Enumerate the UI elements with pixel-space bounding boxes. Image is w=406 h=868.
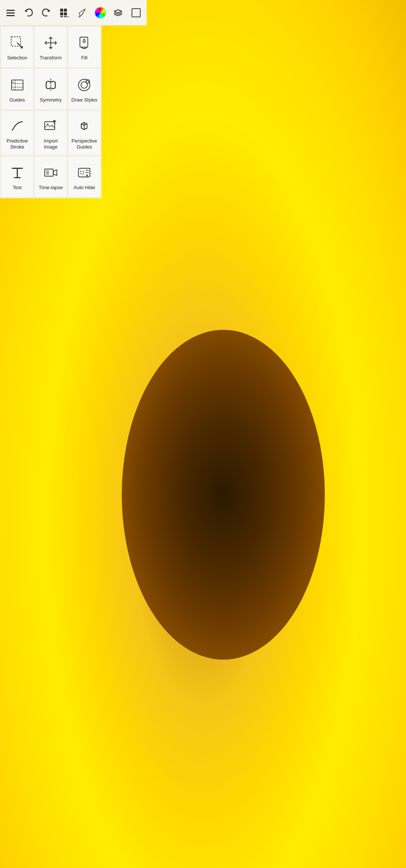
brush-icon — [77, 8, 88, 18]
svg-point-23 — [47, 123, 48, 125]
transform-icon — [42, 35, 59, 51]
time-lapse-menu-item[interactable]: Time-lapse — [34, 156, 67, 197]
menu-icon — [5, 8, 16, 18]
perspective-guides-icon — [76, 118, 92, 134]
svg-rect-9 — [68, 16, 69, 17]
brush-button[interactable] — [74, 5, 91, 21]
text-menu-item[interactable]: Text — [1, 156, 33, 197]
svg-rect-25 — [46, 171, 49, 175]
guides-menu-item[interactable]: Guides — [1, 68, 33, 110]
color-button[interactable] — [92, 5, 109, 21]
svg-point-19 — [79, 79, 90, 91]
svg-rect-1 — [6, 12, 15, 14]
grid-icon — [59, 8, 70, 18]
symmetry-menu-item[interactable]: Symmetry — [34, 68, 67, 110]
fill-label: Fill — [81, 55, 88, 61]
svg-rect-5 — [60, 12, 63, 15]
svg-rect-10 — [132, 9, 140, 17]
draw-styles-label: Draw Styles — [71, 97, 97, 103]
predictive-stroke-icon — [9, 118, 26, 134]
transform-menu-item[interactable]: Transform — [34, 26, 67, 68]
selection-tool-button[interactable] — [128, 5, 144, 21]
text-label: Text — [13, 185, 22, 191]
perspective-guides-menu-item[interactable]: Perspective Guides — [68, 111, 101, 155]
toolbar — [0, 0, 147, 26]
time-lapse-icon — [42, 164, 59, 181]
fill-icon — [76, 35, 92, 51]
selection-tool-icon — [131, 8, 141, 18]
text-icon — [9, 164, 26, 181]
import-image-icon — [42, 118, 59, 134]
draw-styles-icon — [76, 77, 92, 93]
svg-rect-6 — [64, 12, 67, 15]
layers-icon — [113, 8, 123, 18]
svg-rect-2 — [6, 15, 15, 16]
svg-rect-22 — [45, 122, 55, 130]
svg-rect-4 — [64, 9, 67, 12]
import-image-menu-item[interactable]: Import Image — [34, 111, 67, 155]
svg-rect-24 — [45, 169, 53, 176]
redo-button[interactable] — [38, 5, 55, 21]
auto-hide-label: Auto Hide — [74, 185, 95, 191]
time-lapse-label: Time-lapse — [39, 185, 63, 191]
menu-panel: Selection Transform Fill — [0, 26, 102, 198]
fill-menu-item[interactable]: Fill — [68, 26, 101, 68]
svg-point-13 — [83, 40, 86, 44]
auto-hide-menu-item[interactable]: Auto Hide — [68, 156, 101, 197]
selection-menu-item[interactable]: Selection — [1, 26, 33, 68]
predictive-stroke-label: Predictive Stroke — [4, 138, 30, 150]
symmetry-icon — [42, 77, 59, 93]
svg-rect-3 — [60, 9, 63, 12]
svg-rect-8 — [64, 16, 67, 17]
undo-icon — [23, 8, 34, 18]
transform-label: Transform — [40, 55, 62, 61]
menu-button[interactable] — [2, 5, 19, 21]
perspective-guides-label: Perspective Guides — [71, 138, 97, 150]
selection-label: Selection — [7, 55, 27, 61]
import-image-label: Import Image — [38, 138, 64, 150]
guides-label: Guides — [9, 97, 25, 103]
svg-rect-7 — [60, 16, 63, 17]
svg-rect-0 — [6, 10, 15, 11]
color-wheel-icon — [94, 7, 106, 19]
tools-button[interactable] — [56, 5, 73, 21]
predictive-stroke-menu-item[interactable]: Predictive Stroke — [1, 111, 33, 155]
draw-styles-menu-item[interactable]: Draw Styles — [68, 68, 101, 110]
guides-icon — [9, 77, 26, 93]
layers-button[interactable] — [110, 5, 126, 21]
redo-icon — [41, 8, 52, 18]
symmetry-label: Symmetry — [40, 97, 62, 103]
auto-hide-icon — [76, 164, 92, 181]
selection-icon — [9, 35, 26, 51]
undo-button[interactable] — [20, 5, 37, 21]
